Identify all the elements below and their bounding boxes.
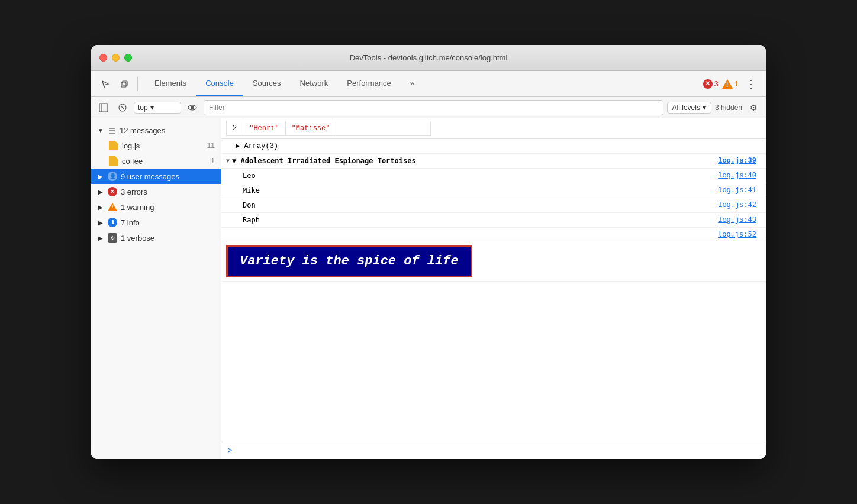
messages-chevron-down: ▼	[97, 127, 104, 134]
object-expand-icon: ▼	[226, 157, 230, 166]
file-coffee-count: 1	[211, 157, 215, 165]
minimize-button[interactable]	[112, 54, 120, 62]
user-messages-chevron-right: ▶	[97, 173, 104, 180]
console-settings-button[interactable]: ⚙	[746, 100, 761, 115]
error-badge[interactable]: ✕ 3	[703, 79, 719, 89]
warning-count: 1	[734, 79, 739, 88]
filter-input[interactable]	[204, 100, 663, 115]
table-cell-index: 2	[227, 121, 243, 136]
console-table: 2 "Henri" "Matisse"	[226, 121, 431, 136]
eye-icon[interactable]	[185, 100, 200, 115]
console-input[interactable]	[236, 447, 760, 455]
user-icon: 👤	[108, 172, 117, 181]
file-icon-logjs	[109, 141, 118, 150]
copy-icon[interactable]	[116, 76, 133, 92]
errors-label: 3 errors	[121, 188, 147, 196]
verbose-label: 1 verbose	[121, 234, 154, 243]
category-warnings[interactable]: ▶ 1 warning	[91, 199, 221, 215]
array-row[interactable]: ▶ Array(3)	[221, 139, 766, 154]
member-raph-link[interactable]: log.js:43	[718, 215, 761, 225]
table-cell-matisse: "Matisse"	[285, 121, 336, 136]
file-logjs-name: log.js	[122, 141, 140, 150]
tab-console[interactable]: Console	[196, 71, 243, 96]
member-raph-name: Raph	[243, 215, 260, 225]
member-mike: Mike log.js:41	[221, 183, 766, 198]
member-leo-name: Leo	[243, 170, 256, 181]
svg-point-7	[191, 106, 194, 109]
svg-rect-2	[99, 104, 108, 112]
info-chevron: ▶	[97, 219, 104, 226]
member-leo-link[interactable]: log.js:40	[718, 170, 761, 181]
log-level-arrow: ▾	[703, 104, 706, 112]
file-icon-coffee	[109, 156, 118, 166]
traffic-lights	[99, 54, 132, 62]
list-icon	[108, 127, 116, 135]
array-label: ▶ Array(3)	[236, 141, 278, 151]
error-count: 3	[714, 79, 719, 88]
info-label: 7 info	[121, 218, 140, 227]
context-dropdown-icon: ▾	[150, 104, 154, 112]
table-row: 2 "Henri" "Matisse"	[227, 121, 431, 136]
context-selector[interactable]: top ▾	[134, 102, 181, 114]
member-don: Don log.js:42	[221, 198, 766, 213]
file-logjs-count: 11	[207, 141, 215, 150]
close-button[interactable]	[99, 54, 107, 62]
messages-label: 12 messages	[120, 126, 165, 135]
log-level-dropdown[interactable]: All levels ▾	[667, 102, 711, 114]
console-output: 2 "Henri" "Matisse" ▶ Array(3) ▼ ▼ Adole…	[221, 118, 766, 442]
info-category-icon: ℹ	[108, 218, 117, 227]
file-coffee[interactable]: coffee 1	[91, 153, 221, 169]
file-logjs[interactable]: log.js 11	[91, 138, 221, 153]
verbose-category-icon: ⚙	[108, 233, 117, 243]
warning-badge[interactable]: 1	[722, 79, 739, 89]
tab-sources[interactable]: Sources	[243, 71, 291, 96]
console-prompt-icon: >	[227, 446, 232, 455]
tab-more[interactable]: »	[401, 71, 424, 96]
tabs: Elements Console Sources Network Perform…	[145, 71, 424, 96]
errors-chevron: ▶	[97, 189, 104, 195]
verbose-chevron: ▶	[97, 235, 104, 241]
log-level-label: All levels	[672, 104, 700, 112]
category-info[interactable]: ▶ ℹ 7 info	[91, 215, 221, 230]
titlebar: DevTools - devtools.glitch.me/console/lo…	[91, 45, 766, 71]
clear-console-button[interactable]	[115, 100, 130, 115]
tab-performance[interactable]: Performance	[337, 71, 400, 96]
warning-category-icon	[108, 202, 117, 212]
toolbar-divider	[137, 77, 138, 91]
cursor-icon[interactable]	[97, 76, 114, 92]
table-cell-henri: "Henri"	[243, 121, 285, 136]
console-input-area: >	[221, 442, 766, 459]
file-coffee-name: coffee	[122, 157, 143, 166]
toolbar-right: ✕ 3 1 ⋮	[703, 77, 760, 91]
member-leo: Leo log.js:40	[221, 169, 766, 183]
console-sidebar: ▼ 12 messages log.js 11 coffee 1 ▶ 👤 9 u…	[91, 118, 221, 459]
object-source-link[interactable]: log.js:39	[718, 156, 761, 166]
sidebar-toggle-button[interactable]	[96, 100, 111, 115]
maximize-button[interactable]	[124, 54, 132, 62]
variety-text: Variety is the spice of life	[240, 254, 459, 269]
tab-elements[interactable]: Elements	[145, 71, 196, 96]
table-section: 2 "Henri" "Matisse"	[221, 118, 766, 139]
messages-group[interactable]: ▼ 12 messages	[91, 123, 221, 138]
tab-network[interactable]: Network	[291, 71, 338, 96]
window-title: DevTools - devtools.glitch.me/console/lo…	[350, 53, 508, 62]
user-messages-label: 9 user messages	[121, 172, 179, 181]
member-don-link[interactable]: log.js:42	[718, 200, 761, 211]
category-verbose[interactable]: ▶ ⚙ 1 verbose	[91, 230, 221, 245]
svg-rect-1	[123, 81, 127, 86]
category-errors[interactable]: ▶ ✕ 3 errors	[91, 184, 221, 199]
object-label: ▼ Adolescent Irradiated Espionage Tortoi…	[232, 156, 416, 166]
hidden-count: 3 hidden	[715, 104, 742, 112]
member-mike-link[interactable]: log.js:41	[718, 185, 761, 196]
warnings-label: 1 warning	[121, 203, 154, 212]
member-don-name: Don	[243, 200, 256, 211]
variety-row: Variety is the spice of life	[221, 241, 766, 282]
member-mike-name: Mike	[243, 185, 260, 196]
member-raph: Raph log.js:43	[221, 213, 766, 228]
warning-icon	[722, 79, 733, 89]
category-user-messages[interactable]: ▶ 👤 9 user messages	[91, 169, 221, 184]
devtools-menu-button[interactable]: ⋮	[742, 77, 760, 91]
empty-row-link[interactable]: log.js:52	[718, 229, 761, 240]
variety-styled-output: Variety is the spice of life	[226, 245, 472, 277]
object-header-row[interactable]: ▼ ▼ Adolescent Irradiated Espionage Tort…	[221, 154, 766, 169]
